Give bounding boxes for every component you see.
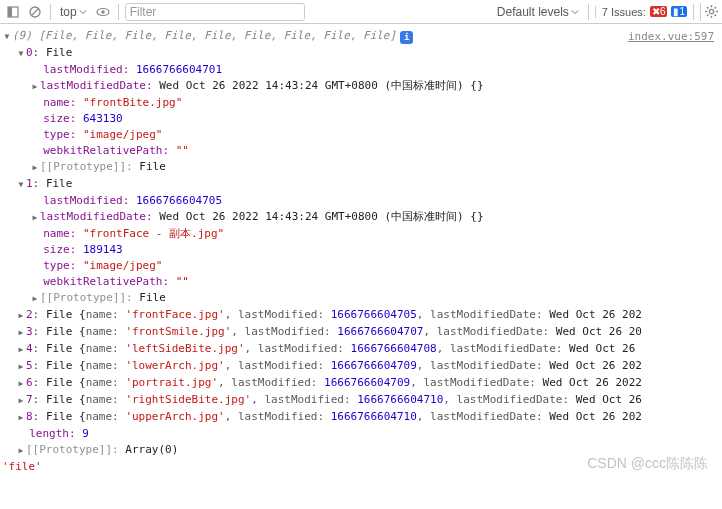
property-row: lastModified: 1666766604705 (30, 193, 720, 209)
issues-label: 7 Issues: (602, 6, 646, 18)
levels-label: Default levels (497, 5, 569, 19)
settings-icon[interactable] (700, 3, 718, 21)
array-item-row[interactable]: 4: File {name: 'leftSideBite.jpg', lastM… (16, 341, 720, 358)
property-row: type: "image/jpeg" (30, 127, 720, 143)
expand-toggle[interactable] (16, 45, 26, 62)
expand-toggle[interactable] (16, 358, 26, 375)
class-name: File (46, 46, 73, 59)
expand-toggle[interactable] (16, 409, 26, 426)
expand-toggle[interactable] (16, 324, 26, 341)
array-item-row[interactable]: 6: File {name: 'portrait.jpg', lastModif… (16, 375, 720, 392)
separator (693, 4, 694, 20)
class-name: File (46, 177, 73, 190)
filter-input[interactable]: Filter (125, 3, 305, 21)
property-row: size: 643130 (30, 111, 720, 127)
console-toolbar: top Filter Default levels 7 Issues: ✖6 ▮… (0, 0, 722, 24)
array-count: (9) (12, 29, 32, 42)
info-badge: ▮1 (671, 6, 687, 17)
context-indicator-icon[interactable] (4, 3, 22, 21)
array-item-row[interactable]: 7: File {name: 'rightSideBite.jpg', last… (16, 392, 720, 409)
source-link[interactable]: index.vue:597 (628, 30, 714, 43)
svg-point-6 (709, 9, 713, 13)
expand-toggle[interactable] (16, 176, 26, 193)
array-summary-row[interactable]: (9) [File, File, File, File, File, File,… (2, 28, 720, 45)
expand-toggle[interactable] (2, 28, 12, 45)
expand-toggle[interactable] (16, 442, 26, 459)
index-key: 1: (26, 177, 39, 190)
property-row[interactable]: [[Prototype]]: File (30, 159, 720, 176)
issues-counter[interactable]: 7 Issues: ✖6 ▮1 (595, 6, 687, 18)
expand-toggle[interactable] (16, 392, 26, 409)
error-badge: ✖6 (650, 6, 668, 17)
array-item-row[interactable]: 1: File (16, 176, 720, 193)
expand-toggle[interactable] (30, 209, 40, 226)
property-row: size: 189143 (30, 242, 720, 258)
property-row: name: "frontBite.jpg" (30, 95, 720, 111)
expand-toggle[interactable] (30, 290, 40, 307)
array-item-row[interactable]: 0: File (16, 45, 720, 62)
index-key: 0: (26, 46, 39, 59)
levels-dropdown[interactable]: Default levels (494, 5, 582, 19)
array-types: [File, File, File, File, File, File, Fil… (39, 29, 397, 42)
live-expression-icon[interactable] (94, 3, 112, 21)
log-string: 'file' (2, 459, 720, 475)
length-row: length: 9 (16, 426, 720, 442)
svg-line-14 (707, 15, 709, 17)
expand-toggle[interactable] (30, 78, 40, 95)
svg-point-5 (101, 10, 105, 14)
context-label: top (60, 5, 77, 19)
property-row: webkitRelativePath: "" (30, 143, 720, 159)
property-row[interactable]: lastModifiedDate: Wed Oct 26 2022 14:43:… (30, 78, 720, 95)
separator (588, 4, 589, 20)
array-item-row[interactable]: 5: File {name: 'lowerArch.jpg', lastModi… (16, 358, 720, 375)
property-row: webkitRelativePath: "" (30, 274, 720, 290)
array-item-row[interactable]: 3: File {name: 'frontSmile.jpg', lastMod… (16, 324, 720, 341)
property-row[interactable]: lastModifiedDate: Wed Oct 26 2022 14:43:… (30, 209, 720, 226)
svg-rect-1 (8, 7, 12, 17)
array-item-row[interactable]: 8: File {name: 'upperArch.jpg', lastModi… (16, 409, 720, 426)
svg-line-11 (707, 7, 709, 9)
separator (118, 4, 119, 20)
info-icon[interactable]: i (400, 31, 413, 44)
property-row: name: "frontFace - 副本.jpg" (30, 226, 720, 242)
expand-toggle[interactable] (30, 159, 40, 176)
separator (50, 4, 51, 20)
expand-toggle[interactable] (16, 375, 26, 392)
property-row[interactable]: [[Prototype]]: File (30, 290, 720, 307)
expand-toggle[interactable] (16, 341, 26, 358)
expand-toggle[interactable] (16, 307, 26, 324)
console-output: (9) [File, File, File, File, File, File,… (0, 24, 722, 483)
svg-line-13 (715, 7, 717, 9)
svg-line-3 (32, 8, 39, 15)
clear-console-icon[interactable] (26, 3, 44, 21)
array-item-row[interactable]: 2: File {name: 'frontFace.jpg', lastModi… (16, 307, 720, 324)
context-dropdown[interactable]: top (57, 5, 90, 19)
property-row: type: "image/jpeg" (30, 258, 720, 274)
property-row: lastModified: 1666766604701 (30, 62, 720, 78)
prototype-row[interactable]: [[Prototype]]: Array(0) (16, 442, 720, 459)
svg-line-12 (715, 15, 717, 17)
